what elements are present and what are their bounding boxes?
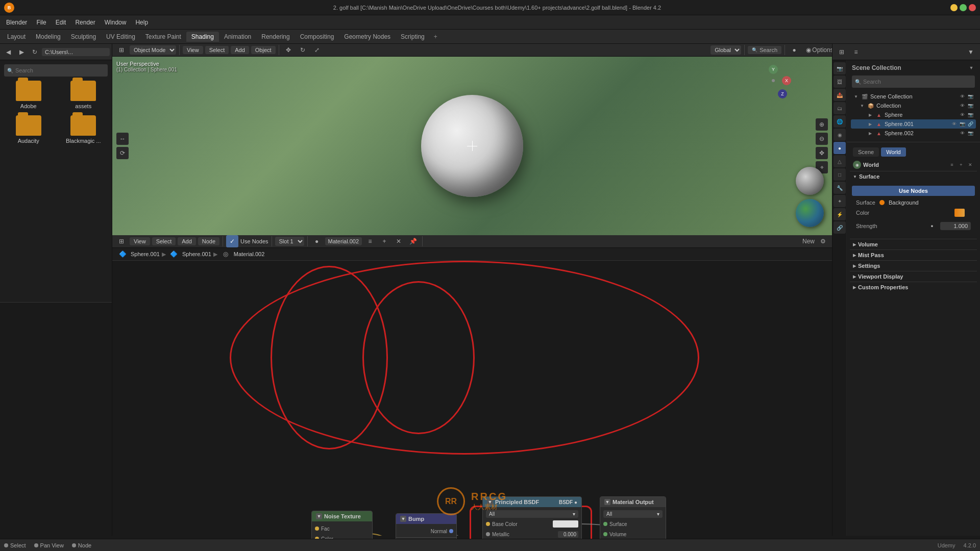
menu-render[interactable]: Render [71, 18, 99, 27]
object-props-icon[interactable]: □ [834, 168, 846, 181]
modifier-icon[interactable]: 🔧 [834, 182, 846, 194]
tree-eye-icon-sphere001[interactable]: 👁 [950, 120, 958, 128]
tab-rendering[interactable]: Rendering [256, 32, 295, 42]
output-collapse-icon[interactable]: ▼ [604, 499, 610, 505]
use-nodes-button[interactable]: Use Nodes [852, 186, 975, 196]
output-icon[interactable]: 📤 [834, 89, 846, 101]
rotate-tool-icon[interactable]: ↻ [297, 44, 309, 56]
right-panel-icon2[interactable]: ≡ [850, 46, 862, 58]
breadcrumb-item-3[interactable]: Material.002 [234, 251, 265, 257]
outliner-filter-icon[interactable]: ▼ [968, 64, 975, 71]
preview-sphere-gray[interactable] [796, 167, 824, 195]
principled-metallic-value[interactable]: 0.000 [558, 531, 578, 538]
left-search-input[interactable] [15, 67, 105, 73]
tree-camera-icon-sphere001[interactable]: 📷 [959, 120, 966, 128]
world-tab[interactable]: World [881, 147, 906, 157]
preview-sphere-earth[interactable] [796, 199, 824, 227]
tab-sculpting[interactable]: Sculpting [66, 32, 101, 42]
render-icon[interactable]: 🖼 [834, 76, 846, 88]
tab-shading[interactable]: Shading [186, 32, 219, 42]
add-workspace-button[interactable]: + [430, 32, 442, 42]
tree-sphere-001[interactable]: ▶ ▲ Sphere.001 👁 📷 🔗 [851, 119, 976, 129]
slot-select[interactable]: Slot 1 [275, 237, 304, 246]
nav-gizmo[interactable]: Y X Z [755, 63, 791, 98]
folder-item-adobe[interactable]: Adobe [4, 81, 53, 109]
tab-animation[interactable]: Animation [219, 32, 256, 42]
menu-file[interactable]: File [32, 18, 50, 27]
node-node-button[interactable]: Node [198, 237, 219, 245]
settings-section-header[interactable]: ▶ Settings [850, 260, 977, 271]
tree-sphere-002[interactable]: ▶ ▲ Sphere.002 👁 📷 [851, 129, 976, 138]
left-back-button[interactable]: ◀ [2, 46, 14, 58]
maximize-button[interactable] [960, 4, 967, 11]
scale-tool-icon[interactable]: ⤢ [311, 44, 323, 56]
breadcrumb-item-1[interactable]: Sphere.001 [131, 251, 160, 257]
tree-camera-icon-scene[interactable]: 📷 [967, 93, 974, 100]
pan-tool-icon[interactable]: ✥ [816, 147, 828, 159]
tree-eye-icon-collection[interactable]: 👁 [959, 102, 966, 109]
tree-camera-icon-collection[interactable]: 📷 [967, 102, 974, 109]
strength-value[interactable]: 1.000 [940, 222, 971, 230]
menu-edit[interactable]: Edit [52, 18, 70, 27]
new-button-ne[interactable]: New [802, 235, 815, 247]
menu-blender[interactable]: Blender [2, 18, 31, 27]
minimize-button[interactable] [950, 4, 958, 11]
viewport-mode-icon[interactable]: ⊞ [115, 44, 128, 56]
add-button[interactable]: Add [231, 46, 249, 54]
zoom-out-icon[interactable]: ⊖ [816, 133, 828, 145]
scene-icon[interactable]: 📷 [834, 62, 846, 74]
physics-icon[interactable]: ⚡ [834, 208, 846, 220]
select-button[interactable]: Select [205, 46, 229, 54]
folder-item-assets[interactable]: assets [59, 81, 108, 109]
tree-eye-icon-sphere[interactable]: 👁 [959, 111, 966, 118]
use-nodes-toggle[interactable]: ✓ [226, 235, 238, 247]
gizmo-x-icon[interactable]: X [782, 76, 791, 85]
bump-collapse-icon[interactable]: ▼ [400, 516, 406, 522]
tree-eye-icon-scene[interactable]: 👁 [959, 93, 966, 100]
color-picker[interactable] [954, 209, 965, 217]
right-panel-icon1[interactable]: ⊞ [836, 46, 848, 58]
folder-item-blackmagic[interactable]: Blackmagic ... [59, 115, 108, 144]
ne-options-icon[interactable]: ⚙ [817, 235, 829, 247]
menu-window[interactable]: Window [101, 18, 131, 27]
tree-link-icon-sphere001[interactable]: 🔗 [967, 120, 974, 128]
world-new-icon[interactable]: + [958, 161, 965, 168]
world-browse-icon[interactable]: ≡ [948, 161, 955, 168]
global-select[interactable]: Global [710, 45, 741, 55]
object-button[interactable]: Object [251, 46, 276, 54]
output-all-select[interactable]: All ▾ [603, 510, 663, 518]
material-icon[interactable]: ● [834, 142, 846, 154]
gizmo-z-icon[interactable]: Z [778, 89, 787, 98]
world-icon[interactable]: ◉ [834, 129, 846, 141]
folder-item-audacity[interactable]: Audacity [4, 115, 53, 144]
right-search-input[interactable] [863, 79, 972, 85]
surface-type-value[interactable]: Background [889, 199, 919, 206]
tab-modeling[interactable]: Modeling [31, 32, 66, 42]
right-filter-icon[interactable]: ▼ [965, 46, 977, 58]
material-new-icon[interactable]: + [378, 235, 390, 247]
viewport-display-section-header[interactable]: ▶ Viewport Display [850, 271, 977, 282]
close-button[interactable] [969, 4, 976, 11]
options-button[interactable]: Options [817, 44, 829, 56]
tab-compositing[interactable]: Compositing [295, 32, 339, 42]
material-delete-icon[interactable]: ✕ [393, 235, 405, 247]
viewport-search[interactable]: 🔍 Search [748, 46, 781, 54]
node-add-button[interactable]: Add [178, 237, 196, 245]
viewport-shade-solid[interactable]: ● [788, 44, 800, 56]
transform-tool-icon[interactable]: ✥ [282, 44, 295, 56]
tree-eye-icon-sphere002[interactable]: 👁 [959, 130, 966, 137]
tab-geometry-nodes[interactable]: Geometry Nodes [339, 32, 396, 42]
orbit-tool-icon[interactable]: ⟳ [116, 147, 129, 159]
tree-camera-icon-sphere[interactable]: 📷 [967, 111, 974, 118]
tab-uv-editing[interactable]: UV Editing [101, 32, 140, 42]
principled-basecolor-value[interactable] [553, 520, 578, 528]
material-pin-icon[interactable]: 📌 [407, 235, 419, 247]
gizmo-y-icon[interactable]: Y [769, 65, 778, 74]
tab-scripting[interactable]: Scripting [396, 32, 430, 42]
volume-section-header[interactable]: ▶ Volume [850, 239, 977, 249]
left-forward-button[interactable]: ▶ [15, 46, 28, 58]
node-select-button[interactable]: Select [152, 237, 176, 245]
constraints-icon[interactable]: 🔗 [834, 221, 846, 234]
view-layer-icon[interactable]: 🗂 [834, 102, 846, 114]
scene-props-icon[interactable]: 🌐 [834, 115, 846, 128]
